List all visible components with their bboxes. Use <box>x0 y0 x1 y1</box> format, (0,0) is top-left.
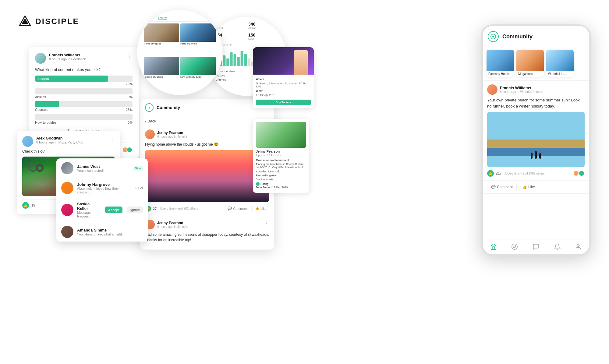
poll-question: What kind of content makes you tick? <box>35 67 133 72</box>
person-name: James West <box>77 164 129 169</box>
poll-label-courses: Courses <box>35 108 48 111</box>
buy-tickets-button[interactable]: Buy Tickets <box>256 100 311 105</box>
event-image <box>253 47 314 75</box>
beach-figure <box>531 153 533 159</box>
poll-more-icon[interactable]: ⋮ <box>127 53 133 59</box>
jenny-location: Location New York <box>256 170 306 173</box>
comment-button[interactable]: 💬 Comment <box>225 205 250 212</box>
list-item: Amanda Simms You: Hana oh no, what a nig… <box>56 222 148 242</box>
person-name: Johnny Hargrove <box>77 182 132 187</box>
folder-rome[interactable]: Rome city guide <box>144 23 179 55</box>
avatar <box>61 162 73 174</box>
person-info: James West You're connected! <box>77 164 129 172</box>
like-icon: 👍 <box>255 207 259 210</box>
phone-react-icon: 👍 <box>487 170 494 177</box>
feed-user-name-2: Jenny Pearson <box>157 221 188 225</box>
event-where-value: NutHatch, 1 Monmouth St, London EC2M 8AG <box>256 82 311 88</box>
feed-likes-count: 27 <box>153 207 157 210</box>
poll-card-header: Francis Williams 8 hours ago in Feedback… <box>35 53 133 64</box>
phone-post-footer: 👍 217 Hubert, Emily and 1902 others <box>487 170 585 177</box>
jenny-memorable-text: Finding the beach bar in Bondy, Finland … <box>256 163 306 169</box>
beach-figure <box>539 153 541 159</box>
poll-avatar <box>35 53 46 64</box>
tab-discover[interactable]: Discover <box>144 16 154 20</box>
feed-post-2: Jenny Pearson 6 hours ago in Jenny's ⋮ H… <box>140 216 274 250</box>
rating-icon <box>256 182 260 186</box>
phone-user-name: Francis Williams <box>500 86 543 90</box>
poll-user-info: Francis Williams 8 hours ago in Feedback <box>49 53 127 61</box>
list-item: Saskia Keller Message Request Accept Ign… <box>56 198 148 222</box>
feed-post-image <box>145 150 269 202</box>
post-more-icon-2[interactable]: ⋮ <box>264 220 269 226</box>
status-badge: New <box>133 166 143 171</box>
phone-post-user: Francis Williams 8 hours ago in Waterfal… <box>487 84 543 95</box>
stat-label: Members <box>211 27 245 30</box>
logo-area: DISCIPLE <box>18 15 79 28</box>
section-hotels[interactable]: Faraway Hotels <box>487 50 514 77</box>
nav-home-icon[interactable] <box>490 243 497 250</box>
poll-option-courses[interactable]: Courses25% <box>35 101 133 111</box>
analytics-stats-2: 1,354 Posts 150 New <box>211 33 282 41</box>
like-button[interactable]: 👍 Like <box>252 205 269 212</box>
section-label: Megastore <box>516 71 544 77</box>
community-icon: ● <box>145 103 154 112</box>
legend-label: Churned <box>216 78 226 81</box>
phone-avatar <box>487 84 497 95</box>
feed-post-footer: 👍 27 Hubert, Emily and 902 others 💬 Comm… <box>145 205 269 212</box>
phone-post-more-icon[interactable]: ⋮ <box>579 86 585 93</box>
people-popup: James West You're connected! New Johnny … <box>56 158 148 242</box>
conn-user-info: Alex Goodwin 8 hours ago in Pizza Party … <box>36 136 109 144</box>
phone-user-meta: 8 hours ago in Waterfall hunters <box>500 90 543 94</box>
person-info: Amanda Simms You: Hana oh no, what a nig… <box>77 228 143 236</box>
jenny-date-joined: Date Joined 12 Dec 2019 <box>256 186 306 189</box>
folder-label: Rome city guide <box>144 42 179 45</box>
section-waterfall[interactable]: Waterfall hu... <box>546 50 574 77</box>
poll-user-name: Francis Williams <box>49 53 127 57</box>
conn-user-meta: 8 hours ago in Pizza Party Club <box>36 140 109 144</box>
ignore-button[interactable]: Ignore <box>127 207 143 213</box>
back-button[interactable]: ‹ Back <box>145 119 156 123</box>
poll-option-images[interactable]: Images 75% <box>35 76 133 86</box>
nav-compass-icon[interactable] <box>511 243 518 250</box>
phone-comment-button[interactable]: 💬 Comment <box>487 183 517 191</box>
conn-more-icon[interactable]: ⋮ <box>109 136 115 143</box>
nav-profile-icon[interactable] <box>575 243 582 250</box>
folder-ny[interactable]: New York city guide <box>180 57 216 89</box>
legend-label: Active members <box>216 70 235 73</box>
phone-bottom-nav <box>483 239 589 254</box>
section-megastore[interactable]: Megastore <box>516 50 544 77</box>
feed-post-text-2: Had some amazing surf lessons at #snappe… <box>145 232 269 243</box>
feed-reactions: 👍 27 Hubert, Emily and 902 others <box>145 206 198 212</box>
poll-label-images: Images <box>37 77 49 80</box>
folders-circle: Discover Folders Rome city guide Paris c… <box>137 10 222 95</box>
nav-bell-icon[interactable] <box>554 243 561 250</box>
poll-avatars <box>122 147 133 153</box>
svg-rect-12 <box>248 58 250 66</box>
feed-user-info-2: Jenny Pearson 6 hours ago in Jenny's <box>157 221 188 228</box>
svg-rect-9 <box>237 57 240 66</box>
follower-count: 9 Fol <box>136 186 143 190</box>
poll-label-articles: Articles <box>35 95 46 99</box>
event-when: When <box>256 89 311 92</box>
feed-user-meta-2: 6 hours ago in Jenny's <box>157 225 188 228</box>
poll-option-howto[interactable]: How-to guides0% <box>35 114 133 124</box>
analytics-stat-members: 2016 Members <box>211 22 245 30</box>
folder-paris[interactable]: Paris city guide <box>180 23 216 55</box>
phone-community-name: Community <box>502 34 584 40</box>
poll-option-articles[interactable]: Articles0% <box>35 88 133 99</box>
poll-label-howto: How-to guides <box>35 121 56 124</box>
list-item: Johnny Hargrove Absolutely! I loved how … <box>56 178 148 198</box>
folders-grid: Discover Folders Rome city guide Paris c… <box>141 14 218 91</box>
feed-post-header-2: Jenny Pearson 6 hours ago in Jenny's ⋮ <box>145 220 269 229</box>
svg-point-23 <box>512 244 517 249</box>
nav-chat-icon[interactable] <box>532 243 540 250</box>
jenny-profile-card: Jenny Pearson 2 posts · 18 P · units Mos… <box>253 119 309 193</box>
stat-label: Active <box>248 27 282 30</box>
tab-folders[interactable]: Folders <box>158 16 167 20</box>
folder-london[interactable]: London city guide <box>144 57 179 89</box>
logo-text: DISCIPLE <box>35 17 79 26</box>
person-sub: Absolutely! I loved how they created... <box>77 187 132 194</box>
accept-button[interactable]: Accept <box>105 207 122 213</box>
phone-like-button[interactable]: 👍 Like <box>519 183 539 191</box>
feed-avatar <box>145 129 155 139</box>
